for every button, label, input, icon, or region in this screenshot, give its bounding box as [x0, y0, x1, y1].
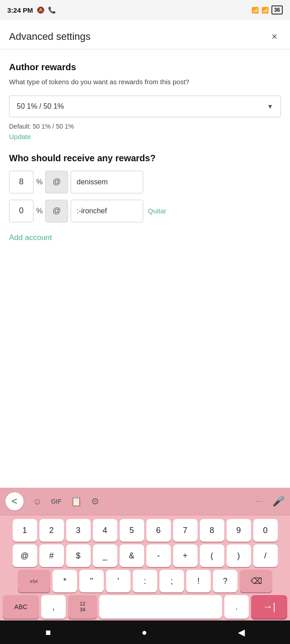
who-rewards-section: Who should receive any rewards? % @ % @ … — [9, 153, 281, 242]
pct-input-1[interactable] — [9, 171, 34, 193]
dialog-title: Advanced settings — [9, 31, 91, 43]
author-rewards-description: What type of tokens do you want as rewar… — [9, 77, 281, 87]
key-7[interactable]: 7 — [173, 519, 198, 542]
settings-icon[interactable]: ⚙ — [91, 496, 99, 507]
enter-key[interactable]: →| — [251, 595, 287, 619]
at-symbol-1: @ — [45, 171, 68, 193]
gif-button[interactable]: GIF — [51, 498, 61, 505]
key-3[interactable]: 3 — [66, 519, 91, 542]
pct-input-2[interactable] — [9, 200, 34, 222]
account-row-1: % @ — [9, 171, 281, 193]
status-bar: 3:24 PM 🔕 📞 📶 📶 36 — [0, 0, 290, 20]
main-content: Advanced settings × Author rewards What … — [0, 20, 290, 488]
key-0[interactable]: 0 — [253, 519, 278, 542]
key-ampersand[interactable]: & — [120, 544, 144, 567]
quitar-button[interactable]: Quitar — [148, 207, 166, 215]
key-1[interactable]: 1 — [13, 519, 37, 542]
key-period[interactable]: . — [224, 595, 249, 619]
home-icon[interactable]: ● — [141, 627, 147, 638]
update-link[interactable]: Update — [9, 133, 281, 140]
key-1234[interactable]: 1234 — [68, 595, 97, 619]
header-divider — [0, 49, 290, 49]
keyboard-toolbar: < ☺ GIF 📋 ⚙ ··· 🎤 — [0, 488, 290, 515]
back-arrow-icon: < — [12, 495, 18, 507]
username-input-2[interactable] — [71, 200, 143, 222]
key-asterisk[interactable]: * — [53, 570, 77, 592]
close-button[interactable]: × — [268, 29, 281, 44]
keyboard-back-button[interactable]: < — [5, 492, 24, 510]
default-text: Default: 50 1% / 50 1% — [9, 123, 281, 130]
at-symbol-2: @ — [45, 200, 68, 222]
dialog-header: Advanced settings × — [9, 20, 281, 49]
keyboard-rows: 1 2 3 4 5 6 7 8 9 0 @ # $ _ & - + ( ) / … — [0, 515, 290, 620]
key-special-chars[interactable]: =\< — [18, 570, 50, 592]
key-rparen[interactable]: ) — [227, 544, 251, 567]
username-input-1[interactable] — [71, 171, 143, 193]
key-underscore[interactable]: _ — [93, 544, 117, 567]
symbols-row-1: @ # $ _ & - + ( ) / — [3, 544, 287, 567]
pct-label-1: % — [36, 178, 43, 186]
wifi-icon: 📶 — [261, 7, 269, 14]
status-time: 3:24 PM — [7, 6, 33, 14]
numbers-row: 1 2 3 4 5 6 7 8 9 0 — [3, 519, 287, 542]
bottom-row: ABC , 1234 . →| — [3, 595, 287, 619]
who-rewards-title: Who should receive any rewards? — [9, 153, 281, 163]
emoji-icon[interactable]: ☺ — [33, 496, 42, 507]
key-4[interactable]: 4 — [93, 519, 117, 542]
key-2[interactable]: 2 — [39, 519, 64, 542]
key-hash[interactable]: # — [39, 544, 64, 567]
pct-label-2: % — [36, 207, 43, 215]
backspace-key[interactable]: ⌫ — [240, 570, 272, 592]
key-abc[interactable]: ABC — [3, 595, 39, 619]
key-5[interactable]: 5 — [120, 519, 144, 542]
key-plus[interactable]: + — [173, 544, 198, 567]
key-minus[interactable]: - — [146, 544, 171, 567]
key-slash[interactable]: / — [253, 544, 278, 567]
key-lparen[interactable]: ( — [200, 544, 224, 567]
key-comma[interactable]: , — [41, 595, 66, 619]
mute-icon: 🔕 — [37, 6, 44, 14]
key-6[interactable]: 6 — [146, 519, 171, 542]
key-8[interactable]: 8 — [200, 519, 224, 542]
key-exclaim[interactable]: ! — [186, 570, 211, 592]
navigation-bar: ■ ● ◀ — [0, 620, 290, 644]
call-icon: 📞 — [48, 6, 56, 14]
key-dquote[interactable]: " — [79, 570, 104, 592]
author-rewards-section: Author rewards What type of tokens do yo… — [9, 62, 281, 140]
key-9[interactable]: 9 — [227, 519, 251, 542]
symbols-row-2: =\< * " ' : ; ! ? ⌫ — [3, 570, 287, 592]
space-key[interactable] — [99, 595, 222, 619]
battery-indicator: 36 — [271, 5, 283, 14]
key-semicolon[interactable]: ; — [160, 570, 184, 592]
key-at[interactable]: @ — [13, 544, 37, 567]
recent-apps-icon[interactable]: ■ — [45, 627, 51, 638]
more-options-icon[interactable]: ··· — [256, 497, 263, 505]
back-nav-icon[interactable]: ◀ — [238, 627, 245, 638]
signal-icon: 📶 — [251, 7, 259, 14]
key-colon[interactable]: : — [133, 570, 157, 592]
account-row-2: % @ Quitar — [9, 200, 281, 222]
clipboard-icon[interactable]: 📋 — [71, 496, 82, 507]
chevron-down-icon: ▼ — [267, 103, 273, 110]
key-squote[interactable]: ' — [106, 570, 130, 592]
add-account-button[interactable]: Add account — [9, 233, 52, 242]
author-rewards-title: Author rewards — [9, 62, 281, 72]
rewards-type-dropdown[interactable]: 50 1% / 50 1% ▼ — [9, 96, 281, 117]
keyboard-area: < ☺ GIF 📋 ⚙ ··· 🎤 1 2 3 4 5 6 7 8 9 0 @ … — [0, 488, 290, 620]
dropdown-selected-value: 50 1% / 50 1% — [17, 102, 64, 111]
key-question[interactable]: ? — [213, 570, 237, 592]
mic-icon[interactable]: 🎤 — [272, 495, 285, 507]
key-dollar[interactable]: $ — [66, 544, 91, 567]
